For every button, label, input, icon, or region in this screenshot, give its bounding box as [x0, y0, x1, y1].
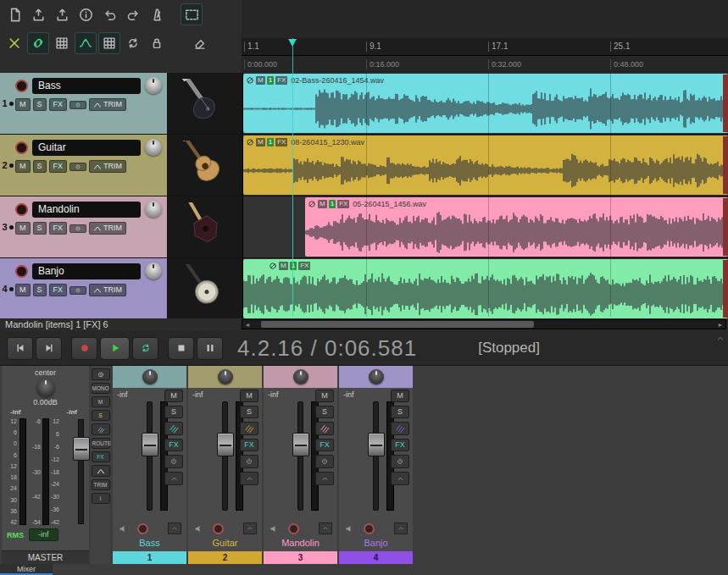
mute-button[interactable]: M [164, 390, 183, 402]
mute-button[interactable]: M [15, 284, 31, 296]
fader-handle[interactable] [292, 433, 309, 456]
go-to-start-button[interactable] [7, 337, 33, 360]
media-item-mandolin[interactable]: M 1 FX 05-260415_1456.wav [305, 197, 728, 257]
pan-law-icon[interactable] [315, 422, 334, 435]
undo-icon[interactable] [98, 3, 120, 25]
pan-knob[interactable] [145, 201, 162, 218]
solo-button[interactable]: S [164, 406, 183, 418]
strip-name[interactable]: Banjo [339, 538, 413, 551]
master-fader[interactable] [78, 419, 84, 524]
solo-button[interactable]: S [315, 406, 334, 418]
track-panel-bass[interactable]: 1 Bass M S FX TRIM [0, 73, 168, 134]
mute-button[interactable]: M [240, 390, 258, 402]
power-button[interactable] [69, 163, 86, 171]
pan-law-icon[interactable] [391, 422, 409, 435]
fader-handle[interactable] [368, 433, 385, 456]
trim-button[interactable]: TRIM [92, 479, 110, 490]
auto-crossfade-icon[interactable] [3, 32, 25, 54]
mute-button[interactable]: M [15, 98, 31, 111]
track-name-field[interactable]: Guitar [32, 140, 141, 156]
phase-icon[interactable] [308, 200, 316, 208]
input-widget[interactable] [319, 522, 332, 534]
item-group-badge[interactable]: 1 [329, 200, 336, 208]
trim-envelope-button[interactable]: TRIM [89, 98, 126, 111]
timeline-ruler[interactable]: 1.1 9.1 17.1 25.1 0:00.000 0:16.000 0:32… [242, 38, 728, 74]
item-right-edge[interactable] [723, 136, 728, 194]
volume-fader[interactable] [373, 401, 379, 511]
pause-button[interactable] [197, 337, 223, 360]
pan-law-icon[interactable] [240, 422, 258, 435]
track-icon-guitar[interactable] [168, 135, 243, 196]
strip-name[interactable]: Bass [113, 538, 186, 551]
item-fx-button[interactable]: FX [298, 262, 310, 270]
fader-handle[interactable] [142, 433, 158, 456]
trim-envelope-button[interactable]: TRIM [89, 160, 126, 173]
track-name-field[interactable]: Mandolin [32, 202, 141, 218]
power-button[interactable] [69, 101, 86, 109]
power-button[interactable] [69, 224, 86, 233]
io-icon[interactable] [92, 368, 110, 380]
volume-fader[interactable] [222, 401, 228, 511]
item-mute-button[interactable]: M [279, 262, 288, 270]
media-item-guitar[interactable]: M 1 FX 08-260415_1230.wav [243, 135, 728, 195]
record-button[interactable] [71, 337, 97, 360]
fx-button[interactable]: FX [49, 284, 68, 296]
record-arm-icon[interactable] [213, 523, 224, 534]
eraser-icon[interactable] [189, 32, 211, 54]
input-widget[interactable] [168, 522, 181, 534]
pan-knob[interactable] [142, 369, 158, 384]
route-icon[interactable] [164, 472, 183, 485]
fx-button[interactable]: FX [391, 439, 409, 451]
master-fader-handle[interactable] [73, 437, 90, 461]
scroll-left-icon[interactable]: ◄ [242, 320, 253, 329]
phase-icon[interactable] [269, 262, 277, 270]
volume-fader[interactable] [297, 401, 303, 511]
mute-button[interactable]: M [15, 222, 31, 235]
input-widget[interactable] [394, 522, 408, 534]
stop-button[interactable] [168, 337, 194, 360]
pan-knob[interactable] [218, 369, 233, 384]
snap-grid-icon[interactable] [98, 32, 120, 54]
route-icon[interactable] [391, 472, 409, 485]
media-item-banjo[interactable]: M 1 FX [243, 259, 728, 318]
open-project-icon[interactable] [27, 3, 49, 25]
track-panel-guitar[interactable]: 2 Guitar M S FX TRIM [0, 135, 168, 196]
mute-button[interactable]: M [391, 390, 409, 402]
scrollbar-handle[interactable] [261, 321, 534, 328]
scroll-right-icon[interactable]: ► [715, 320, 725, 329]
master-mute-button[interactable]: M [92, 396, 110, 407]
record-arm-dot[interactable] [9, 163, 14, 168]
fx-button[interactable]: FX [49, 222, 68, 235]
master-solo-button[interactable]: S [92, 410, 110, 421]
input-widget[interactable] [243, 522, 257, 534]
marquee-select-icon[interactable] [181, 3, 203, 25]
track-name-field[interactable]: Banjo [32, 263, 141, 279]
route-button[interactable]: ROUTE [92, 438, 110, 449]
record-arm-dot[interactable] [9, 225, 14, 229]
redo-icon[interactable] [122, 3, 144, 25]
playhead-line[interactable] [292, 73, 293, 317]
item-right-edge[interactable] [723, 198, 728, 256]
gain-readout[interactable]: -inf [268, 390, 279, 399]
phase-icon[interactable] [246, 76, 254, 85]
transport-position[interactable]: 4.2.16 / 0:06.581 [237, 335, 417, 362]
fx-button[interactable]: FX [49, 98, 68, 111]
lock-icon[interactable] [146, 32, 168, 54]
strip-number[interactable]: 3 [264, 551, 337, 564]
track-panel-mandolin[interactable]: 3 Mandolin M S FX TRIM [0, 196, 168, 257]
item-right-edge[interactable] [723, 260, 728, 318]
mono-button[interactable]: MONO [92, 383, 110, 394]
solo-button[interactable]: S [33, 98, 47, 111]
power-button[interactable] [240, 455, 258, 468]
envelope-icon[interactable] [92, 465, 110, 477]
solo-button[interactable]: S [33, 160, 47, 173]
track-icon-bass[interactable] [168, 73, 243, 134]
record-arm-icon[interactable] [15, 203, 28, 216]
fx-button[interactable]: FX [315, 439, 334, 451]
item-right-edge[interactable] [723, 75, 728, 132]
record-arm-icon[interactable] [288, 523, 299, 534]
pan-knob[interactable] [293, 369, 308, 384]
fader-handle[interactable] [217, 433, 234, 456]
mute-button[interactable]: M [15, 160, 31, 173]
track-panel-banjo[interactable]: 4 Banjo M S FX TRIM [0, 258, 168, 319]
